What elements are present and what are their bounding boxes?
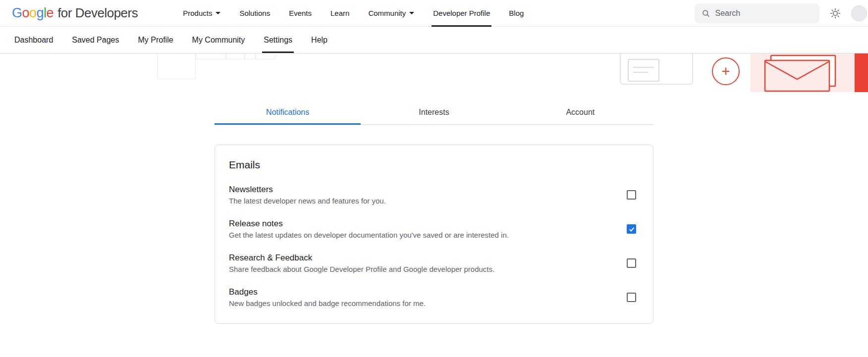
setting-description: Get the latest updates on developer docu… bbox=[229, 231, 509, 239]
setting-row-badges: Badges New badges unlocked and badge rec… bbox=[229, 287, 639, 307]
logo-letter: G bbox=[12, 5, 22, 21]
saved-pages-illustration-icon bbox=[619, 53, 703, 85]
decorative-square bbox=[158, 53, 196, 79]
newsletters-checkbox[interactable] bbox=[627, 190, 636, 200]
sub-item-label: Help bbox=[311, 36, 327, 45]
sub-item-label: Dashboard bbox=[14, 36, 53, 45]
google-logo[interactable]: G o o g l e for Developers bbox=[12, 5, 138, 21]
emails-card: Emails Newsletters The latest developer … bbox=[215, 145, 653, 324]
sun-icon bbox=[829, 7, 841, 19]
setting-title: Newsletters bbox=[229, 185, 386, 195]
theme-toggle-button[interactable] bbox=[829, 7, 841, 19]
badges-checkbox[interactable] bbox=[627, 293, 636, 302]
logo-letter: o bbox=[22, 5, 30, 21]
nav-item-label: Developer Profile bbox=[433, 9, 490, 17]
release-notes-checkbox[interactable] bbox=[627, 224, 636, 234]
card-title: Emails bbox=[229, 159, 639, 171]
setting-row-research-feedback: Research & Feedback Share feedback about… bbox=[229, 253, 639, 273]
plus-glyph: + bbox=[721, 64, 730, 79]
setting-row-newsletters: Newsletters The latest developer news an… bbox=[229, 185, 639, 205]
nav-item-label: Learn bbox=[330, 9, 349, 17]
setting-description: The latest developer news and features f… bbox=[229, 197, 386, 205]
sub-item-label: Saved Pages bbox=[72, 36, 119, 45]
search-box[interactable] bbox=[695, 3, 819, 23]
nav-item-label: Products bbox=[183, 9, 212, 17]
nav-item-products[interactable]: Products bbox=[173, 0, 230, 27]
decorative-banner: + bbox=[0, 53, 868, 92]
logo-letter: o bbox=[29, 5, 37, 21]
decorative-square bbox=[256, 53, 275, 59]
research-feedback-checkbox[interactable] bbox=[627, 258, 636, 268]
sidebar-item-saved-pages[interactable]: Saved Pages bbox=[62, 27, 128, 53]
red-edge-bar bbox=[855, 53, 868, 92]
logo-suffix: for Developers bbox=[57, 5, 138, 21]
sidebar-item-settings[interactable]: Settings bbox=[254, 27, 302, 53]
setting-text: Research & Feedback Share feedback about… bbox=[229, 253, 494, 273]
chevron-down-icon bbox=[216, 12, 220, 14]
envelope-illustration-icon bbox=[757, 54, 846, 92]
setting-row-release-notes: Release notes Get the latest updates on … bbox=[229, 219, 639, 239]
search-icon bbox=[702, 8, 710, 18]
decorative-square bbox=[226, 53, 245, 59]
setting-description: New badges unlocked and badge recommenda… bbox=[229, 299, 426, 307]
nav-item-events[interactable]: Events bbox=[279, 0, 321, 27]
setting-title: Research & Feedback bbox=[229, 253, 494, 263]
tab-account[interactable]: Account bbox=[507, 100, 653, 124]
search-input[interactable] bbox=[715, 9, 813, 18]
top-header: G o o g l e for Developers Products Solu… bbox=[0, 0, 868, 27]
decorative-square bbox=[196, 53, 226, 59]
sidebar-item-my-community[interactable]: My Community bbox=[183, 27, 255, 53]
plus-circle-icon: + bbox=[712, 57, 740, 85]
nav-item-community[interactable]: Community bbox=[359, 0, 424, 27]
setting-text: Newsletters The latest developer news an… bbox=[229, 185, 386, 205]
sidebar-item-help[interactable]: Help bbox=[302, 27, 337, 53]
setting-title: Badges bbox=[229, 287, 426, 297]
main-nav: Products Solutions Events Learn Communit… bbox=[173, 0, 533, 27]
nav-item-developer-profile[interactable]: Developer Profile bbox=[424, 0, 499, 27]
nav-item-label: Community bbox=[368, 9, 406, 17]
decorative-square bbox=[245, 53, 256, 59]
chevron-down-icon bbox=[409, 12, 414, 14]
logo-letter: e bbox=[47, 5, 54, 21]
nav-item-label: Events bbox=[289, 9, 312, 17]
check-icon bbox=[628, 226, 635, 233]
settings-content: Notifications Interests Account Emails N… bbox=[215, 100, 653, 324]
setting-text: Badges New badges unlocked and badge rec… bbox=[229, 287, 426, 307]
setting-title: Release notes bbox=[229, 219, 509, 229]
header-right bbox=[695, 3, 856, 23]
nav-item-learn[interactable]: Learn bbox=[321, 0, 359, 27]
setting-text: Release notes Get the latest updates on … bbox=[229, 219, 509, 239]
settings-tabs: Notifications Interests Account bbox=[215, 100, 653, 125]
logo-letter: g bbox=[37, 5, 44, 21]
tab-notifications[interactable]: Notifications bbox=[215, 100, 361, 124]
nav-item-label: Solutions bbox=[239, 9, 270, 17]
tab-interests[interactable]: Interests bbox=[361, 100, 507, 124]
nav-item-blog[interactable]: Blog bbox=[499, 0, 533, 27]
sub-item-label: My Community bbox=[192, 36, 245, 45]
nav-item-label: Blog bbox=[509, 9, 524, 17]
profile-sub-nav: Dashboard Saved Pages My Profile My Comm… bbox=[0, 27, 868, 53]
sub-item-label: Settings bbox=[264, 36, 292, 45]
avatar[interactable] bbox=[851, 5, 867, 21]
setting-description: Share feedback about Google Developer Pr… bbox=[229, 265, 494, 273]
sidebar-item-my-profile[interactable]: My Profile bbox=[128, 27, 182, 53]
nav-item-solutions[interactable]: Solutions bbox=[230, 0, 279, 27]
sub-item-label: My Profile bbox=[138, 36, 173, 45]
sidebar-item-dashboard[interactable]: Dashboard bbox=[5, 27, 62, 53]
